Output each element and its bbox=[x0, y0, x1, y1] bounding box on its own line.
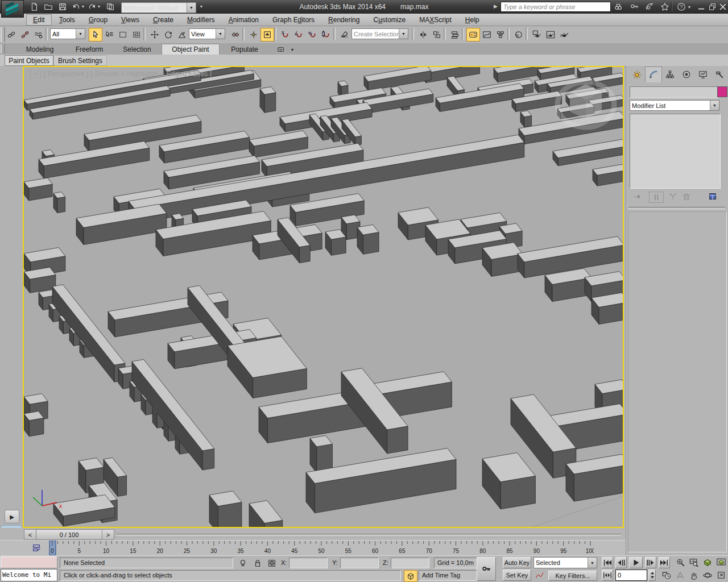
field-of-view-button[interactable] bbox=[675, 569, 686, 581]
undo-button[interactable] bbox=[71, 1, 82, 13]
menu-maxscript[interactable]: MAXScript bbox=[413, 15, 458, 25]
use-pivot-point-center-button[interactable] bbox=[229, 28, 242, 41]
curve-editor-button[interactable] bbox=[480, 28, 494, 41]
redo-caret-icon[interactable]: ▼ bbox=[97, 5, 101, 9]
percent-snap-toggle-button[interactable]: % bbox=[306, 28, 320, 41]
ribbon-grip[interactable] bbox=[1, 44, 5, 53]
menu-group[interactable]: Group bbox=[82, 15, 114, 25]
ribbon-tab-modeling[interactable]: Modeling bbox=[14, 44, 66, 55]
configure-modifier-sets-button[interactable] bbox=[706, 192, 719, 202]
building[interactable] bbox=[357, 225, 379, 254]
select-object-button[interactable] bbox=[89, 28, 102, 41]
key-mode-toggle-button[interactable] bbox=[602, 569, 613, 581]
next-frame-button[interactable] bbox=[645, 557, 656, 568]
viewport-canvas[interactable]: x bbox=[24, 67, 623, 527]
angle-snap-toggle-button[interactable] bbox=[292, 28, 306, 41]
maxscript-mini-listener-macro[interactable] bbox=[1, 556, 57, 568]
building[interactable] bbox=[310, 435, 332, 473]
edit-named-selection-sets-button[interactable]: ABC bbox=[338, 28, 351, 41]
menu-help[interactable]: Help bbox=[459, 15, 486, 25]
timeline-ruler[interactable]: 0510152025303540455055606570758085909510… bbox=[49, 541, 594, 555]
redo-button[interactable] bbox=[86, 1, 98, 13]
menu-animation[interactable]: Animation bbox=[222, 15, 265, 25]
ribbon-tab-populate[interactable]: Populate bbox=[220, 44, 270, 55]
x-coordinate-field[interactable] bbox=[289, 558, 328, 568]
pan-view-button[interactable] bbox=[688, 569, 700, 581]
window-crossing-button[interactable] bbox=[130, 28, 143, 41]
panel-tab-create[interactable] bbox=[628, 66, 646, 82]
manage-layers-button[interactable] bbox=[448, 28, 462, 41]
bind-to-space-warp-button[interactable] bbox=[32, 28, 46, 41]
reference-coordinate-system-dropdown[interactable]: View▼ bbox=[189, 28, 225, 39]
zoom-extents-all-button[interactable] bbox=[715, 557, 727, 568]
orbit-viewport-button[interactable] bbox=[702, 569, 713, 581]
time-slider[interactable]: 0 / 100 bbox=[36, 529, 102, 540]
ribbon-minimize-caret-icon[interactable]: ▼ bbox=[289, 44, 296, 55]
ribbon-subtab-paint-objects[interactable]: Paint Objects bbox=[5, 55, 53, 66]
new-scene-button[interactable] bbox=[28, 1, 40, 13]
play-animation-button[interactable] bbox=[629, 557, 643, 568]
select-and-link-button[interactable] bbox=[5, 28, 18, 41]
ribbon-tab-selection[interactable]: Selection bbox=[113, 44, 162, 55]
menu-graph-editors[interactable]: Graph Editors bbox=[266, 15, 321, 25]
graphite-modeling-tools-button[interactable] bbox=[466, 28, 480, 41]
communication-center-button[interactable] bbox=[643, 1, 656, 13]
ribbon-tab-object-paint[interactable]: Object Paint bbox=[162, 44, 220, 55]
help-button[interactable]: ? bbox=[676, 1, 687, 13]
license-key-button[interactable] bbox=[628, 1, 640, 13]
default-in-out-tangents-button[interactable] bbox=[533, 571, 546, 581]
save-file-button[interactable] bbox=[57, 1, 68, 13]
go-to-start-button[interactable] bbox=[602, 557, 613, 568]
key-filters-button[interactable]: Key Filters... bbox=[548, 571, 597, 581]
panel-tab-utilities[interactable] bbox=[711, 66, 728, 82]
absolute-mode-transform-toggle-button[interactable] bbox=[266, 558, 278, 568]
menu-customize[interactable]: Customize bbox=[367, 15, 412, 25]
frame-spinner[interactable] bbox=[648, 569, 656, 581]
render-production-button[interactable] bbox=[557, 28, 571, 41]
keyboard-shortcut-override-button[interactable] bbox=[260, 28, 274, 41]
perspective-viewport[interactable]: x [ + ] [ Perspective ] [ Smooth + Highl… bbox=[23, 66, 624, 528]
adaptive-degradation-toggle-button[interactable] bbox=[404, 570, 417, 582]
workspace-selector[interactable]: Workspace: Default ▼ bbox=[121, 2, 196, 13]
window-restore-button[interactable] bbox=[708, 1, 718, 13]
building[interactable] bbox=[24, 411, 44, 436]
rendered-frame-window-button[interactable] bbox=[544, 28, 557, 41]
modifier-stack-list[interactable] bbox=[630, 114, 721, 189]
workspace-flyout-icon[interactable]: ▼ bbox=[199, 5, 204, 9]
select-and-manipulate-button[interactable] bbox=[247, 28, 260, 41]
building[interactable] bbox=[24, 267, 56, 293]
maxscript-mini-listener[interactable]: Welcome to Mi bbox=[1, 569, 57, 581]
next-frame-small-button[interactable]: > bbox=[102, 529, 114, 540]
menu-edit[interactable]: Edit bbox=[26, 14, 52, 26]
window-close-button[interactable] bbox=[718, 1, 728, 13]
spinner-snap-toggle-button[interactable] bbox=[320, 28, 333, 41]
ribbon-subtab-brush-settings[interactable]: Brush Settings bbox=[53, 55, 107, 66]
maximize-viewport-toggle-button[interactable] bbox=[715, 569, 727, 581]
search-binoculars-button[interactable] bbox=[612, 1, 624, 13]
y-coordinate-field[interactable] bbox=[340, 558, 379, 568]
selection-lock-toggle-button[interactable] bbox=[252, 558, 263, 568]
unlink-selection-button[interactable] bbox=[18, 28, 32, 41]
track-bar-groove[interactable] bbox=[116, 534, 621, 536]
named-selection-sets-dropdown[interactable]: Create Selection Se▼ bbox=[351, 28, 408, 39]
building[interactable] bbox=[209, 491, 242, 527]
set-keys-button[interactable] bbox=[477, 557, 496, 581]
building[interactable] bbox=[482, 243, 523, 277]
selection-filter-dropdown[interactable]: All▼ bbox=[50, 28, 85, 39]
toolbar-overflow-arrow-icon[interactable]: ▶ bbox=[494, 3, 498, 9]
open-mini-curve-editor-button[interactable] bbox=[25, 541, 48, 555]
select-and-scale-button[interactable] bbox=[175, 28, 189, 41]
object-name-field[interactable] bbox=[630, 86, 718, 98]
menu-rendering[interactable]: Rendering bbox=[322, 15, 366, 25]
building[interactable] bbox=[592, 293, 623, 325]
zoom-button[interactable] bbox=[675, 557, 686, 568]
chevron-down-icon[interactable]: ▼ bbox=[216, 29, 225, 39]
favorites-star-button[interactable] bbox=[659, 1, 671, 13]
open-file-button[interactable] bbox=[43, 1, 54, 13]
building[interactable] bbox=[260, 87, 276, 113]
building[interactable] bbox=[53, 192, 65, 213]
window-minimize-button[interactable] bbox=[696, 1, 706, 13]
ribbon-minimize-button[interactable] bbox=[274, 44, 289, 55]
set-key-button[interactable]: Set Key bbox=[503, 569, 531, 581]
zoom-all-button[interactable] bbox=[688, 557, 700, 568]
